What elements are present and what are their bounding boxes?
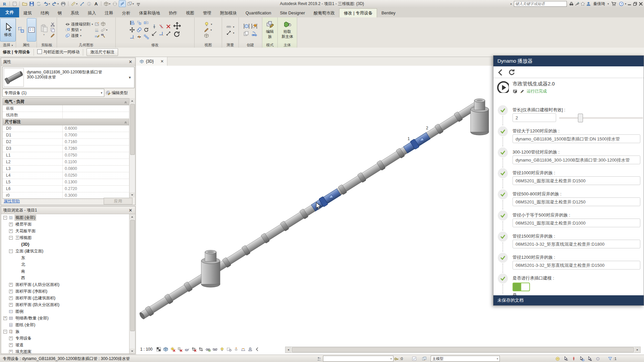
- temporary-view-properties-button[interactable]: [226, 347, 232, 352]
- toggle-knob[interactable]: [521, 283, 529, 291]
- param-row[interactable]: L20.1100: [3, 159, 129, 166]
- expander-minus-icon[interactable]: −: [3, 216, 7, 220]
- browser-item-楼层平面[interactable]: +楼层平面: [1, 221, 129, 228]
- worksets-icon[interactable]: [317, 356, 322, 361]
- move-big-button[interactable]: [173, 22, 181, 30]
- browser-item-北[interactable]: 北: [1, 261, 129, 268]
- scroll-down-icon[interactable]: [129, 349, 135, 354]
- array-button[interactable]: [144, 34, 149, 40]
- scrollbar-thumb[interactable]: [130, 220, 135, 331]
- param-row[interactable]: 线路数: [3, 112, 129, 119]
- scroll-right-icon[interactable]: ▸: [635, 347, 640, 353]
- editable-only-toggle-icon[interactable]: [412, 356, 417, 361]
- param-row[interactable]: D10.7000: [3, 132, 129, 139]
- browser-item-label[interactable]: 面积平面 (人防分区面积): [14, 282, 60, 288]
- expander-plus-icon[interactable]: +: [9, 303, 13, 307]
- split-button[interactable]: [137, 34, 142, 40]
- match-type-button[interactable]: [50, 33, 55, 38]
- param-value[interactable]: 0.2720: [62, 186, 129, 192]
- copy-button[interactable]: [50, 27, 55, 33]
- browser-item-label[interactable]: 天花板平面: [14, 228, 37, 234]
- mirror-button[interactable]: [144, 20, 149, 25]
- measure-button[interactable]: ▾: [226, 24, 234, 29]
- param-row[interactable]: L30.0800: [3, 166, 129, 172]
- scrollbar-thumb[interactable]: [292, 347, 634, 352]
- browser-item-图纸 (全部)[interactable]: 图纸 (全部): [1, 321, 129, 328]
- design-option-select[interactable]: 主模型▾: [431, 356, 500, 362]
- browser-item-label[interactable]: 三维视图: [14, 235, 33, 241]
- temporary-hide-isolate-button[interactable]: [212, 347, 218, 352]
- qat-revit-logo[interactable]: R: [1, 1, 8, 7]
- create-parts-button[interactable]: [251, 30, 258, 37]
- move-button[interactable]: [129, 27, 135, 33]
- edit-family-button[interactable]: 编辑族: [262, 18, 277, 41]
- worksharing-display-button[interactable]: [248, 347, 253, 352]
- filter-funnel-icon[interactable]: [608, 356, 612, 361]
- param-group-尺寸标注[interactable]: 尺寸标注: [3, 119, 129, 125]
- browser-item-label[interactable]: 族: [14, 328, 20, 335]
- checkbox-icon[interactable]: [37, 49, 42, 54]
- browser-item-立面 (建筑立面)[interactable]: −立面 (建筑立面): [1, 248, 129, 254]
- trim-button[interactable]: [129, 34, 135, 40]
- param-value[interactable]: [62, 105, 129, 112]
- browser-item-label[interactable]: 视图 (全部): [14, 215, 36, 221]
- param-value[interactable]: 0.7160: [62, 139, 129, 145]
- expander-plus-icon[interactable]: +: [9, 229, 13, 233]
- qat-file-document[interactable]: [11, 1, 18, 7]
- ribbon-tab-插入[interactable]: 插入: [84, 9, 101, 17]
- param-row[interactable]: L60.2720: [3, 186, 129, 192]
- activate-dimensions-button[interactable]: 激活尺寸标注: [87, 48, 118, 56]
- close-icon[interactable]: ✕: [128, 208, 133, 213]
- filter-group[interactable]: :1: [608, 356, 616, 361]
- browser-item-面积平面 (人防分区面积)[interactable]: +面积平面 (人防分区面积): [1, 281, 129, 288]
- browser-item-专用设备[interactable]: +专用设备: [1, 335, 129, 342]
- field-input[interactable]: 2: [513, 113, 556, 122]
- press-drag-button[interactable]: [563, 356, 568, 361]
- qat-sync[interactable]: [36, 1, 42, 7]
- type-selector-dropdown-icon[interactable]: ▾: [129, 67, 134, 88]
- param-row[interactable]: L50.1300: [3, 179, 129, 186]
- beam-joins-button[interactable]: [94, 27, 99, 32]
- unjoin-button[interactable]: ▾: [101, 27, 107, 32]
- browser-item-label[interactable]: 图例: [14, 308, 24, 315]
- properties-help-link[interactable]: 属性帮助: [4, 198, 20, 204]
- cope-button[interactable]: [94, 21, 99, 26]
- user-dropdown-icon[interactable]: ▾: [607, 2, 609, 5]
- param-value[interactable]: 0.6000: [62, 125, 129, 132]
- reveal-constraints-button[interactable]: [240, 347, 246, 352]
- field-input[interactable]: 06MS201_圆形混凝土检查井:D1250: [513, 197, 640, 206]
- pin-badge-button[interactable]: [571, 356, 576, 361]
- browser-item-label[interactable]: 明细表/数量 (全部): [14, 315, 50, 321]
- qat-switch-windows[interactable]: ▾: [126, 1, 135, 7]
- view-tab-3d[interactable]: {3D} ✕: [136, 57, 167, 66]
- panel-label[interactable]: 视图: [195, 42, 222, 48]
- qat-section[interactable]: [112, 1, 118, 7]
- panel-label[interactable]: 模式: [262, 42, 277, 48]
- create-assembly-button[interactable]: [243, 30, 250, 37]
- cut-button[interactable]: [50, 22, 55, 27]
- browser-item-天花板平面[interactable]: +天花板平面: [1, 228, 129, 234]
- shadows-off-button[interactable]: [177, 347, 182, 352]
- qat-text[interactable]: A: [93, 1, 99, 7]
- panel-label[interactable]: 剪贴板: [37, 42, 57, 48]
- browser-item-西[interactable]: 西: [1, 275, 129, 281]
- pin-button[interactable]: [152, 24, 157, 29]
- qat-undo[interactable]: ▾: [43, 1, 51, 7]
- rotate-button[interactable]: [144, 27, 149, 33]
- param-row[interactable]: 嵌板: [3, 105, 129, 112]
- field-input[interactable]: 06MS201_圆形混凝土检查井:D1000: [513, 219, 640, 227]
- expander-plus-icon[interactable]: +: [9, 296, 13, 300]
- active-workset-select[interactable]: ▾: [323, 356, 393, 362]
- view-scale[interactable]: 1 : 100: [138, 347, 155, 352]
- collapse-arrow-button[interactable]: [255, 347, 260, 352]
- panel-label[interactable]: 选择 ▾: [0, 42, 16, 48]
- qat-measure[interactable]: ▾: [70, 1, 78, 7]
- ribbon-tab-协作[interactable]: 协作: [164, 9, 181, 17]
- panel-label[interactable]: 几何图形: [57, 42, 115, 48]
- close-view-icon[interactable]: ✕: [160, 59, 164, 64]
- expander-plus-icon[interactable]: +: [9, 350, 13, 354]
- ribbon-tab-建筑[interactable]: 建筑: [19, 9, 36, 17]
- ribbon-tab-分析[interactable]: 分析: [118, 9, 135, 17]
- offset-button[interactable]: [137, 20, 142, 25]
- expander-plus-icon[interactable]: +: [9, 283, 13, 287]
